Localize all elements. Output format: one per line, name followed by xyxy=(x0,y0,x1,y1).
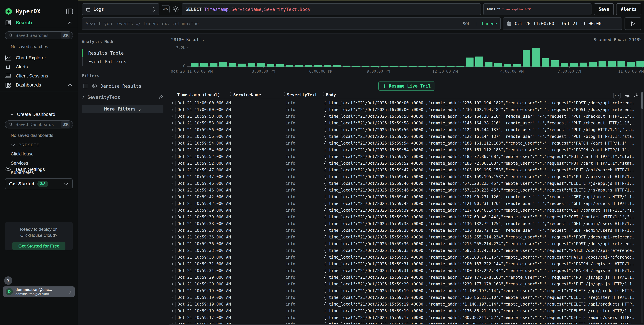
column-header-severitytext[interactable]: SeverityText xyxy=(284,92,323,97)
histogram-bar[interactable] xyxy=(418,66,426,67)
sidebar-item-dashboards[interactable]: Dashboards xyxy=(0,81,78,89)
row-expand-chevron-icon[interactable] xyxy=(170,309,175,313)
saved-dashboards-input[interactable]: Saved Dashboards ⌘K xyxy=(5,120,73,128)
order-by-input[interactable]: ORDER BY TimestampTime DESC xyxy=(483,3,592,15)
event-search-box[interactable]: SQL | Lucene xyxy=(82,17,501,30)
row-expand-chevron-icon[interactable] xyxy=(170,101,175,105)
mode-results-table[interactable]: Results Table xyxy=(82,49,164,57)
histogram-bar[interactable] xyxy=(589,62,596,67)
table-row[interactable]: Oct 21 10:59:29.000 AMinfo{"time_local":… xyxy=(170,274,641,281)
save-button[interactable]: Save xyxy=(594,3,614,15)
get-started-for-free-button[interactable]: Get Started for Free xyxy=(12,242,66,250)
table-row[interactable]: Oct 21 10:59:38.000 AMinfo{"time_local":… xyxy=(170,227,641,234)
get-started-toggle[interactable]: Get Started 3/3 xyxy=(5,178,73,189)
histogram-bar[interactable] xyxy=(447,66,454,67)
histogram-bar[interactable] xyxy=(532,48,540,67)
histogram-bar[interactable] xyxy=(475,56,483,67)
histogram-bar[interactable] xyxy=(295,65,303,67)
row-expand-chevron-icon[interactable] xyxy=(170,141,175,145)
table-row[interactable]: Oct 21 10:59:52.000 AMinfo{"time_local":… xyxy=(170,160,641,167)
more-filters-button[interactable]: More filters ⌄ xyxy=(82,105,164,113)
chevron-up-icon[interactable] xyxy=(68,83,73,87)
row-expand-chevron-icon[interactable] xyxy=(170,235,175,239)
alerts-button[interactable]: Alerts xyxy=(616,3,641,15)
search-input[interactable] xyxy=(86,21,460,26)
histogram-bar[interactable] xyxy=(409,66,416,67)
row-expand-chevron-icon[interactable] xyxy=(170,108,175,111)
histogram-bar[interactable] xyxy=(219,62,227,67)
table-row[interactable]: Oct 21 11:00:00.000 AMinfo{"time_local":… xyxy=(170,106,641,113)
download-icon[interactable] xyxy=(634,93,640,98)
source-select[interactable]: Logs xyxy=(82,3,159,15)
create-dashboard-button[interactable]: + Create Dashboard xyxy=(0,111,78,118)
histogram-bar[interactable] xyxy=(466,57,473,67)
row-expand-chevron-icon[interactable] xyxy=(170,269,175,273)
table-row[interactable]: Oct 21 10:59:39.000 AMinfo{"time_local":… xyxy=(170,207,641,214)
sidebar-item-search[interactable]: Search xyxy=(0,17,78,28)
histogram-bar[interactable] xyxy=(229,63,236,67)
column-header-servicename[interactable]: ServiceName xyxy=(231,92,284,97)
histogram-bar[interactable] xyxy=(305,65,312,67)
histogram-bar[interactable] xyxy=(636,61,644,67)
histogram-bar[interactable] xyxy=(267,64,274,67)
row-expand-chevron-icon[interactable] xyxy=(170,128,175,132)
histogram-bar[interactable] xyxy=(248,63,256,67)
denoise-checkbox[interactable] xyxy=(84,84,88,88)
row-expand-chevron-icon[interactable] xyxy=(170,135,175,138)
wrap-lines-icon[interactable] xyxy=(624,93,630,98)
scrollbar-thumb[interactable] xyxy=(641,92,643,109)
row-expand-chevron-icon[interactable] xyxy=(170,255,175,259)
preset-clickhouse[interactable]: ClickHouse xyxy=(11,151,78,157)
saved-searches-input[interactable]: Saved Searches ⌘K xyxy=(5,31,73,39)
lang-lucene-option[interactable]: Lucene xyxy=(482,21,497,26)
row-expand-chevron-icon[interactable] xyxy=(170,296,175,299)
histogram-bar[interactable] xyxy=(286,65,293,67)
histogram-bar[interactable] xyxy=(570,63,578,67)
table-row[interactable]: Oct 21 10:59:17.000 AMinfo{"time_local":… xyxy=(170,314,641,321)
histogram-bar[interactable] xyxy=(276,64,284,67)
histogram-bar[interactable] xyxy=(542,58,549,67)
code-view-icon[interactable]: <> xyxy=(162,5,170,13)
table-row[interactable]: Oct 21 10:59:52.000 AMinfo{"time_local":… xyxy=(170,153,641,160)
code-view-icon[interactable]: <> xyxy=(614,92,620,99)
table-row[interactable]: Oct 21 10:59:17.000 AMinfo{"time_local":… xyxy=(170,321,641,324)
table-row[interactable]: Oct 21 10:59:33.000 AMinfo{"time_local":… xyxy=(170,254,641,261)
row-expand-chevron-icon[interactable] xyxy=(170,148,175,152)
row-expand-chevron-icon[interactable] xyxy=(170,195,175,199)
row-expand-chevron-icon[interactable] xyxy=(170,182,175,185)
table-row[interactable]: Oct 21 10:59:56.000 AMinfo{"time_local":… xyxy=(170,133,641,140)
histogram-bar[interactable] xyxy=(551,60,558,67)
resume-live-tail-button[interactable]: Resume Live Tail xyxy=(378,81,435,91)
vertical-scrollbar[interactable] xyxy=(641,92,643,323)
table-row[interactable]: Oct 21 10:59:31.000 AMinfo{"time_local":… xyxy=(170,267,641,274)
row-expand-chevron-icon[interactable] xyxy=(170,249,175,252)
table-row[interactable]: Oct 21 10:59:29.000 AMinfo{"time_local":… xyxy=(170,281,641,288)
table-row[interactable]: Oct 21 10:59:58.000 AMinfo{"time_local":… xyxy=(170,113,641,120)
row-expand-chevron-icon[interactable] xyxy=(170,115,175,118)
row-expand-chevron-icon[interactable] xyxy=(170,202,175,205)
histogram-bar[interactable] xyxy=(513,64,521,67)
help-button[interactable]: ? xyxy=(4,276,12,285)
histogram-bar[interactable] xyxy=(494,63,502,67)
histogram-bar[interactable] xyxy=(485,62,492,67)
row-expand-chevron-icon[interactable] xyxy=(170,229,175,232)
mode-event-patterns[interactable]: Event Patterns xyxy=(82,57,164,66)
histogram-bar[interactable] xyxy=(618,61,625,67)
table-row[interactable]: Oct 21 10:59:19.000 AMinfo{"time_local":… xyxy=(170,301,641,308)
row-expand-chevron-icon[interactable] xyxy=(170,121,175,125)
row-expand-chevron-icon[interactable] xyxy=(170,188,175,192)
histogram-bar[interactable] xyxy=(191,63,198,67)
row-expand-chevron-icon[interactable] xyxy=(170,208,175,212)
histogram-bar[interactable] xyxy=(362,66,369,67)
histogram-bar[interactable] xyxy=(523,50,530,67)
histogram-bar[interactable] xyxy=(456,66,464,67)
row-expand-chevron-icon[interactable] xyxy=(170,262,175,266)
row-expand-chevron-icon[interactable] xyxy=(170,323,175,324)
table-row[interactable]: Oct 21 10:59:19.000 AMinfo{"time_local":… xyxy=(170,308,641,314)
time-range-picker[interactable]: Oct 20 11:00:00 - Oct 21 11:00:00 xyxy=(503,17,622,30)
sidebar-item-client-sessions[interactable]: Client Sessions xyxy=(0,72,78,80)
row-expand-chevron-icon[interactable] xyxy=(170,316,175,320)
histogram-bar[interactable] xyxy=(371,66,378,67)
row-expand-chevron-icon[interactable] xyxy=(170,168,175,172)
histogram-bar[interactable] xyxy=(504,64,511,67)
